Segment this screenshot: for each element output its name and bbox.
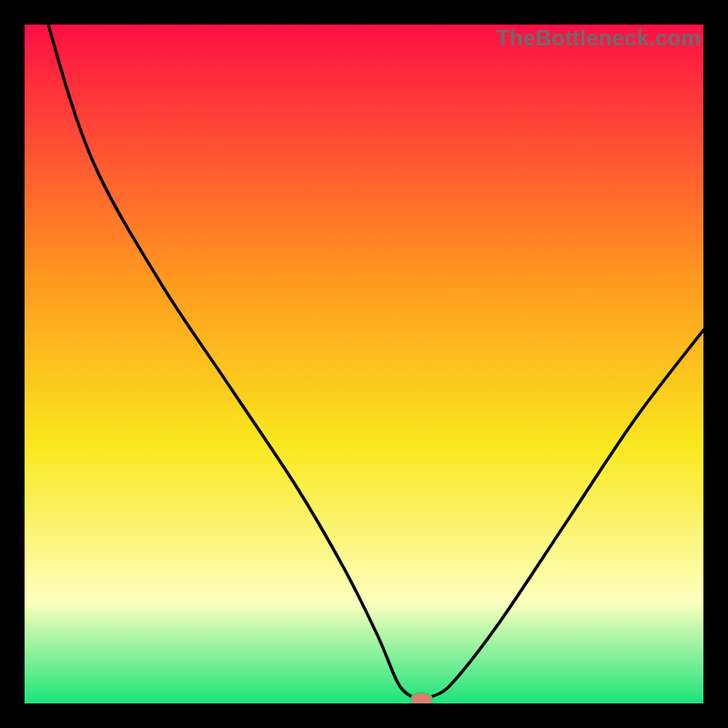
chart-area	[25, 25, 703, 703]
chart-svg	[25, 25, 703, 703]
gradient-background	[25, 25, 703, 703]
watermark-text: TheBottleneck.com	[496, 25, 701, 51]
optimal-marker	[410, 693, 432, 703]
